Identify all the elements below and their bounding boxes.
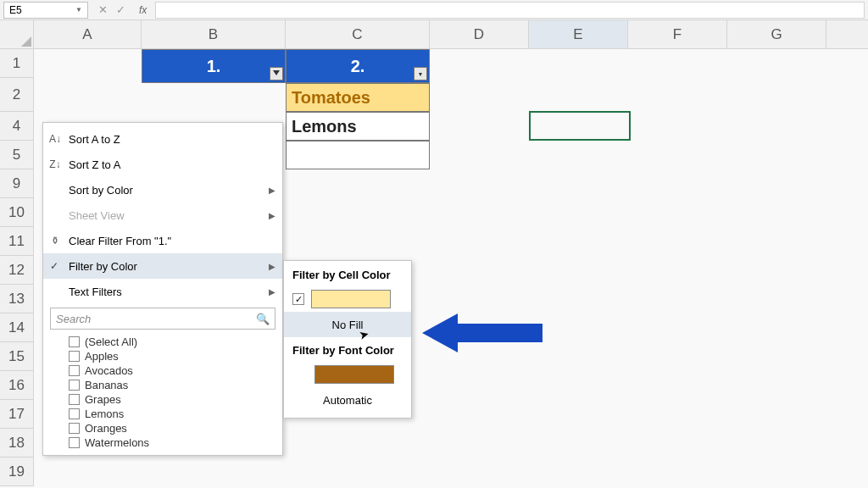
table-header-label: 2. <box>351 57 365 76</box>
data-cell[interactable]: Tomatoes <box>286 83 430 112</box>
table-header-2: 2. <box>286 49 430 83</box>
formula-input[interactable] <box>155 2 865 19</box>
row-header[interactable]: 5 <box>0 141 33 169</box>
active-cell-outline <box>529 111 631 141</box>
filter-dropdown-button[interactable] <box>270 67 283 80</box>
checkbox-icon <box>69 351 80 362</box>
row-header[interactable]: 18 <box>0 429 33 458</box>
chevron-down-icon: ▼ <box>75 6 82 14</box>
row-header[interactable]: 4 <box>0 112 33 141</box>
color-swatch-brown <box>314 365 394 384</box>
table-header-label: 1. <box>207 57 221 76</box>
row-header[interactable]: 9 <box>0 169 33 198</box>
data-cell[interactable]: Lemons <box>286 112 430 141</box>
checkbox-icon <box>69 336 80 347</box>
menu-label: Clear Filter From "1." <box>69 235 171 247</box>
row-header[interactable]: 2 <box>0 78 33 112</box>
check-item[interactable]: Oranges <box>69 421 275 435</box>
svg-marker-0 <box>422 313 542 352</box>
row-header[interactable]: 1 <box>0 49 33 78</box>
column-header[interactable]: A <box>34 20 142 48</box>
annotation-arrow <box>422 313 542 352</box>
cancel-icon[interactable]: ✕ <box>98 3 108 16</box>
check-label: Lemons <box>85 408 124 420</box>
filter-search-input[interactable]: Search 🔍 <box>50 308 275 330</box>
row-header[interactable]: 14 <box>0 313 33 342</box>
filter-dropdown-button[interactable] <box>414 67 427 80</box>
column-header[interactable]: F <box>628 20 727 48</box>
column-headers: A B C D E F G <box>34 20 868 49</box>
enter-icon[interactable]: ✓ <box>116 3 125 16</box>
checkbox-icon <box>69 380 80 391</box>
menu-sheet-view: Sheet View ▶ <box>43 202 282 228</box>
menu-label: Sort A to Z <box>69 133 120 146</box>
row-header[interactable]: 19 <box>0 458 33 486</box>
name-box[interactable]: E5 ▼ <box>3 2 88 19</box>
menu-filter-color[interactable]: ✓ Filter by Color ▶ <box>43 253 282 279</box>
check-item[interactable]: Apples <box>69 349 275 363</box>
check-label: Avocados <box>85 364 133 377</box>
name-box-value: E5 <box>9 4 22 16</box>
color-swatch-yellow <box>311 290 391 308</box>
check-label: (Select All) <box>85 336 137 348</box>
row-header[interactable]: 10 <box>0 198 33 227</box>
data-cell[interactable] <box>286 141 430 169</box>
menu-label: Sort by Color <box>69 184 133 197</box>
menu-label: Sheet View <box>69 209 125 222</box>
row-header[interactable]: 16 <box>0 371 33 400</box>
select-all-button[interactable] <box>0 20 34 49</box>
submenu-header-cell-color: Filter by Cell Color <box>284 266 411 286</box>
menu-text-filters[interactable]: Text Filters ▶ <box>43 279 282 304</box>
chevron-right-icon: ▶ <box>269 211 275 220</box>
sort-za-icon: Z↓ <box>48 158 62 170</box>
chevron-right-icon: ▶ <box>269 186 275 195</box>
search-placeholder: Search <box>56 313 91 325</box>
submenu-label: No Fill <box>332 319 364 331</box>
row-header[interactable]: 12 <box>0 256 33 285</box>
menu-label: Text Filters <box>69 286 122 298</box>
submenu-label: Automatic <box>323 394 372 407</box>
check-label: Grapes <box>85 393 121 406</box>
column-header[interactable]: D <box>430 20 529 48</box>
checkbox-icon <box>69 437 80 448</box>
check-label: Oranges <box>85 422 127 435</box>
menu-label: Sort Z to A <box>69 158 120 171</box>
filter-font-color-option[interactable] <box>284 362 411 387</box>
check-label: Apples <box>85 350 119 363</box>
menu-sort-az[interactable]: A↓ Sort A to Z <box>43 126 282 152</box>
cell-value: Tomatoes <box>292 88 370 108</box>
column-header[interactable]: C <box>286 20 430 48</box>
row-header[interactable]: 11 <box>0 227 33 256</box>
check-item[interactable]: Bananas <box>69 378 275 392</box>
row-header[interactable]: 17 <box>0 400 33 429</box>
menu-label: Filter by Color <box>69 260 137 273</box>
menu-sort-za[interactable]: Z↓ Sort Z to A <box>43 152 282 177</box>
filter-context-menu: A↓ Sort A to Z Z↓ Sort Z to A Sort by Co… <box>42 122 283 456</box>
check-item[interactable]: Grapes <box>69 392 275 407</box>
column-header[interactable]: E <box>529 20 628 48</box>
filter-checklist: (Select All) Apples Avocados Bananas Gra… <box>43 333 282 452</box>
table-header-1: 1. <box>142 49 286 83</box>
checked-icon: ✓ <box>292 293 304 305</box>
check-item-select-all[interactable]: (Select All) <box>69 335 275 349</box>
check-item[interactable]: Lemons <box>69 407 275 421</box>
row-headers: 1 2 4 5 9 10 11 12 13 14 15 16 17 18 19 <box>0 49 34 486</box>
menu-sort-color[interactable]: Sort by Color ▶ <box>43 177 282 202</box>
chevron-right-icon: ▶ <box>269 262 275 271</box>
check-item[interactable]: Watermelons <box>69 435 275 450</box>
row-header[interactable]: 15 <box>0 342 33 371</box>
menu-clear-filter[interactable]: ⚱ Clear Filter From "1." <box>43 228 282 253</box>
filter-automatic[interactable]: Automatic <box>284 387 411 413</box>
column-header[interactable]: G <box>727 20 826 48</box>
fx-label[interactable]: fx <box>136 4 150 16</box>
search-icon: 🔍 <box>256 313 270 325</box>
cell-value: Lemons <box>292 117 357 136</box>
sort-az-icon: A↓ <box>48 133 62 145</box>
check-label: Watermelons <box>85 436 149 449</box>
check-item[interactable]: Avocados <box>69 363 275 378</box>
row-header[interactable]: 13 <box>0 285 33 313</box>
submenu-header-font-color: Filter by Font Color <box>284 337 411 362</box>
filter-color-option[interactable]: ✓ <box>284 286 411 312</box>
filter-no-fill[interactable]: No Fill <box>284 312 411 337</box>
column-header[interactable]: B <box>142 20 286 48</box>
